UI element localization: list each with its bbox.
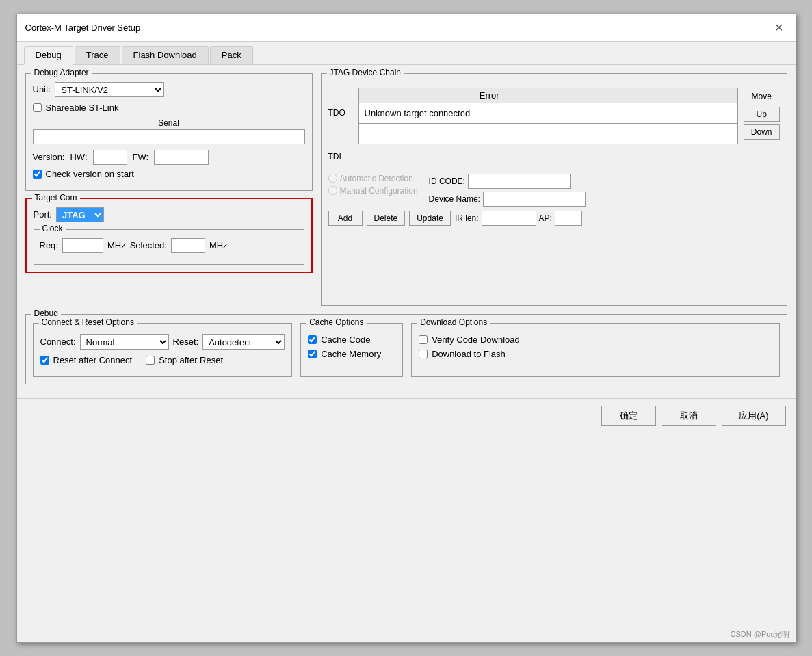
reset-after-connect-row: Reset after Connect [40,355,133,365]
radio-group: Automatic Detection Manual Configuration [328,174,418,196]
watermark: CSDN @Pou光明 [731,629,790,640]
serial-input: 35006600120000543233574E [33,129,305,144]
connect-reset-group: Connect & Reset Options Connect: Normal … [33,323,293,377]
title-bar: Cortex-M Target Driver Setup ✕ [17,14,796,42]
jtag-buttons-row: Add Delete Update IR len: AP: 0 [328,211,780,226]
cache-code-row: Cache Code [308,334,395,345]
apply-button[interactable]: 应用(A) [722,406,785,426]
top-row: Debug Adapter Unit: ST-LINK/V2 Shareable… [25,73,787,306]
reset-options-row: Reset after Connect Stop after Reset [40,355,285,369]
stop-after-reset-checkbox[interactable] [146,356,155,365]
unit-select[interactable]: ST-LINK/V2 [55,82,164,97]
ok-button[interactable]: 确定 [601,406,656,426]
unit-label: Unit: [33,84,51,94]
jtag-tdo-value: Unknown target connected [358,103,737,123]
reset-label: Reset: [173,337,199,347]
ir-len-input[interactable] [482,211,536,226]
port-row: Port: JTAG SWD [34,207,304,222]
shareable-checkbox[interactable] [33,103,42,112]
tab-flash-download[interactable]: Flash Download [122,46,209,64]
reset-select[interactable]: Autodetect Software Hardware [202,334,285,350]
content-area: Debug Adapter Unit: ST-LINK/V2 Shareable… [17,65,796,393]
device-name-input[interactable] [483,192,586,207]
req-label: Req: [40,240,58,250]
download-to-flash-row: Download to Flash [419,349,772,359]
tab-debug[interactable]: Debug [24,46,73,65]
unit-row: Unit: ST-LINK/V2 [33,82,305,97]
fw-label: FW: [133,152,149,162]
tab-bar: Debug Trace Flash Download Pack [17,42,796,65]
auto-detection-label[interactable]: Automatic Detection [328,174,418,183]
jtag-row-tdi [358,123,737,144]
clock-label: Clock [40,224,66,233]
move-label: Move [744,92,780,101]
version-row: Version: HW: V2 FW: V2J37S7 [33,150,305,165]
ap-input[interactable]: 0 [555,211,582,226]
connect-select[interactable]: Normal with Pre-reset Under Reset Connec… [80,334,169,350]
update-button[interactable]: Update [409,211,451,226]
cache-memory-row: Cache Memory [308,349,395,359]
check-version-checkbox[interactable] [33,170,42,179]
debug-section-label: Debug [31,309,61,318]
connect-reset-label: Connect & Reset Options [39,317,137,327]
port-select[interactable]: JTAG SWD [56,207,104,222]
selected-input: 4 [171,238,205,253]
verify-checkbox[interactable] [419,335,428,344]
up-button[interactable]: Up [744,107,780,122]
serial-label: Serial [33,118,305,128]
verify-row: Verify Code Download [419,334,772,345]
debug-section: Debug Connect & Reset Options Connect: N… [25,314,787,384]
delete-button[interactable]: Delete [367,211,406,226]
jtag-group: JTAG Device Chain TDO TDI Error [321,73,787,306]
selected-label: Selected: [130,240,167,250]
cancel-button[interactable]: 取消 [662,406,716,426]
device-name-label: Device Name: [429,194,480,204]
hw-input: V2 [93,150,127,165]
auto-detection-radio[interactable] [328,174,337,183]
connect-label: Connect: [40,337,76,347]
mhz2-label: MHz [209,240,228,250]
target-com-label: Target Com [32,193,80,202]
tdi-label: TDI [328,146,353,167]
tab-pack[interactable]: Pack [210,46,253,64]
port-label: Port: [34,209,52,220]
reset-after-connect-checkbox[interactable] [40,356,49,365]
ir-len-label: IR len: [455,213,479,223]
close-button[interactable]: ✕ [770,20,787,36]
cache-code-checkbox[interactable] [308,335,317,344]
manual-config-radio[interactable] [328,186,337,195]
debug-adapter-label: Debug Adapter [31,68,92,77]
window-title: Cortex-M Target Driver Setup [25,23,141,33]
id-code-label: ID CODE: [429,176,465,186]
req-input[interactable]: 1.125 [62,238,103,253]
jtag-col-error: Error [358,88,620,103]
stop-after-reset-label: Stop after Reset [159,355,223,365]
footer-bar: 确定 取消 应用(A) [17,398,796,433]
mhz1-label: MHz [107,240,126,250]
shareable-row: Shareable ST-Link [33,103,305,113]
cache-memory-label: Cache Memory [321,349,381,359]
down-button[interactable]: Down [744,124,780,140]
check-version-row: Check version on start [33,169,305,179]
jtag-row-tdo: Unknown target connected [358,103,737,123]
debug-inner-row: Connect & Reset Options Connect: Normal … [33,323,780,377]
download-to-flash-checkbox[interactable] [419,350,428,358]
manual-config-label[interactable]: Manual Configuration [328,186,418,196]
ir-len-row: IR len: AP: 0 [455,211,582,226]
download-to-flash-label: Download to Flash [432,349,506,359]
jtag-label: JTAG Device Chain [327,68,404,77]
cache-memory-checkbox[interactable] [308,350,317,358]
check-version-label: Check version on start [46,169,134,179]
hw-label: HW: [70,152,87,162]
tab-trace[interactable]: Trace [75,46,120,64]
cache-options-group: Cache Options Cache Code Cache Memory [300,323,403,377]
jtag-col-empty [620,88,737,103]
download-options-group: Download Options Verify Code Download Do… [411,323,779,377]
stop-after-reset-row: Stop after Reset [146,355,223,365]
version-label: Version: [33,152,65,162]
add-button[interactable]: Add [328,211,363,226]
clock-group: Clock Req: 1.125 MHz Selected: 4 MHz [34,229,304,265]
detection-area: Automatic Detection Manual Configuration… [328,174,780,207]
id-code-input[interactable] [468,174,571,189]
move-buttons: Move Up Down [744,88,780,167]
